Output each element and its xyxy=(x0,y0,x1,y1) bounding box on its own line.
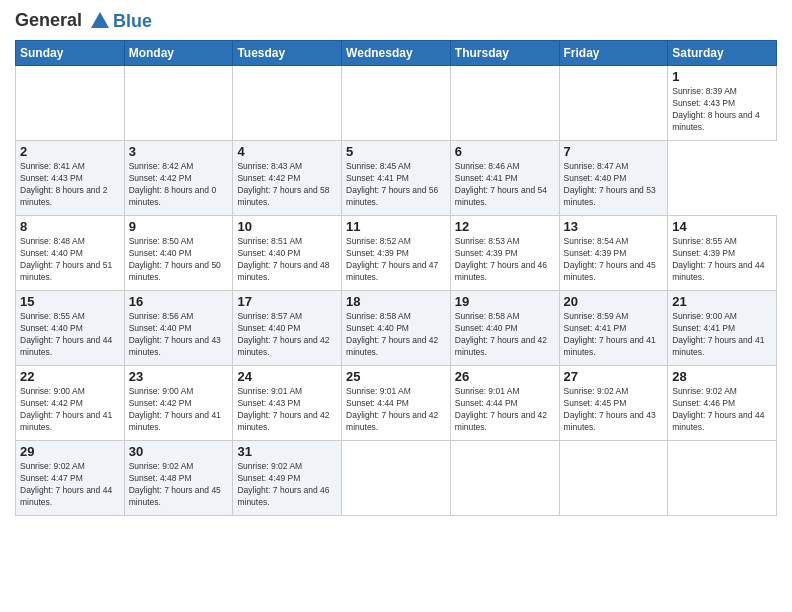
day-number: 11 xyxy=(346,219,446,234)
logo: General Blue xyxy=(15,10,152,32)
day-info: Sunrise: 8:53 AMSunset: 4:39 PMDaylight:… xyxy=(455,236,555,284)
header-cell-saturday: Saturday xyxy=(668,41,777,66)
day-info: Sunrise: 9:01 AMSunset: 4:44 PMDaylight:… xyxy=(346,386,446,434)
day-cell-5: 5Sunrise: 8:45 AMSunset: 4:41 PMDaylight… xyxy=(342,141,451,216)
day-cell-15: 15Sunrise: 8:55 AMSunset: 4:40 PMDayligh… xyxy=(16,291,125,366)
day-cell-20: 20Sunrise: 8:59 AMSunset: 4:41 PMDayligh… xyxy=(559,291,668,366)
day-info: Sunrise: 9:02 AMSunset: 4:46 PMDaylight:… xyxy=(672,386,772,434)
logo-text: General xyxy=(15,10,111,32)
day-cell-31: 31Sunrise: 9:02 AMSunset: 4:49 PMDayligh… xyxy=(233,441,342,516)
empty-cell xyxy=(559,441,668,516)
day-info: Sunrise: 8:48 AMSunset: 4:40 PMDaylight:… xyxy=(20,236,120,284)
day-info: Sunrise: 8:55 AMSunset: 4:39 PMDaylight:… xyxy=(672,236,772,284)
day-number: 22 xyxy=(20,369,120,384)
day-cell-13: 13Sunrise: 8:54 AMSunset: 4:39 PMDayligh… xyxy=(559,216,668,291)
day-info: Sunrise: 8:55 AMSunset: 4:40 PMDaylight:… xyxy=(20,311,120,359)
day-cell-30: 30Sunrise: 9:02 AMSunset: 4:48 PMDayligh… xyxy=(124,441,233,516)
day-number: 26 xyxy=(455,369,555,384)
day-number: 20 xyxy=(564,294,664,309)
day-info: Sunrise: 8:54 AMSunset: 4:39 PMDaylight:… xyxy=(564,236,664,284)
day-cell-11: 11Sunrise: 8:52 AMSunset: 4:39 PMDayligh… xyxy=(342,216,451,291)
day-info: Sunrise: 8:45 AMSunset: 4:41 PMDaylight:… xyxy=(346,161,446,209)
day-number: 14 xyxy=(672,219,772,234)
day-number: 30 xyxy=(129,444,229,459)
calendar-header: SundayMondayTuesdayWednesdayThursdayFrid… xyxy=(16,41,777,66)
day-number: 9 xyxy=(129,219,229,234)
day-info: Sunrise: 9:02 AMSunset: 4:48 PMDaylight:… xyxy=(129,461,229,509)
day-number: 17 xyxy=(237,294,337,309)
header-cell-monday: Monday xyxy=(124,41,233,66)
day-info: Sunrise: 9:00 AMSunset: 4:42 PMDaylight:… xyxy=(129,386,229,434)
day-cell-17: 17Sunrise: 8:57 AMSunset: 4:40 PMDayligh… xyxy=(233,291,342,366)
day-info: Sunrise: 8:47 AMSunset: 4:40 PMDaylight:… xyxy=(564,161,664,209)
day-cell-12: 12Sunrise: 8:53 AMSunset: 4:39 PMDayligh… xyxy=(450,216,559,291)
day-cell-22: 22Sunrise: 9:00 AMSunset: 4:42 PMDayligh… xyxy=(16,366,125,441)
empty-cell xyxy=(233,66,342,141)
empty-cell xyxy=(450,66,559,141)
header-cell-wednesday: Wednesday xyxy=(342,41,451,66)
day-cell-1: 1Sunrise: 8:39 AMSunset: 4:43 PMDaylight… xyxy=(668,66,777,141)
day-number: 2 xyxy=(20,144,120,159)
day-cell-2: 2Sunrise: 8:41 AMSunset: 4:43 PMDaylight… xyxy=(16,141,125,216)
day-number: 24 xyxy=(237,369,337,384)
calendar-body: 1Sunrise: 8:39 AMSunset: 4:43 PMDaylight… xyxy=(16,66,777,516)
week-row-6: 29Sunrise: 9:02 AMSunset: 4:47 PMDayligh… xyxy=(16,441,777,516)
day-cell-24: 24Sunrise: 9:01 AMSunset: 4:43 PMDayligh… xyxy=(233,366,342,441)
day-cell-6: 6Sunrise: 8:46 AMSunset: 4:41 PMDaylight… xyxy=(450,141,559,216)
day-info: Sunrise: 9:02 AMSunset: 4:49 PMDaylight:… xyxy=(237,461,337,509)
day-number: 4 xyxy=(237,144,337,159)
day-number: 12 xyxy=(455,219,555,234)
day-cell-8: 8Sunrise: 8:48 AMSunset: 4:40 PMDaylight… xyxy=(16,216,125,291)
day-number: 23 xyxy=(129,369,229,384)
day-cell-16: 16Sunrise: 8:56 AMSunset: 4:40 PMDayligh… xyxy=(124,291,233,366)
day-info: Sunrise: 8:58 AMSunset: 4:40 PMDaylight:… xyxy=(346,311,446,359)
week-row-1: 1Sunrise: 8:39 AMSunset: 4:43 PMDaylight… xyxy=(16,66,777,141)
week-row-2: 2Sunrise: 8:41 AMSunset: 4:43 PMDaylight… xyxy=(16,141,777,216)
day-info: Sunrise: 8:56 AMSunset: 4:40 PMDaylight:… xyxy=(129,311,229,359)
day-cell-23: 23Sunrise: 9:00 AMSunset: 4:42 PMDayligh… xyxy=(124,366,233,441)
logo-general: General xyxy=(15,10,82,30)
day-info: Sunrise: 9:01 AMSunset: 4:43 PMDaylight:… xyxy=(237,386,337,434)
day-number: 19 xyxy=(455,294,555,309)
day-number: 8 xyxy=(20,219,120,234)
day-number: 25 xyxy=(346,369,446,384)
day-cell-7: 7Sunrise: 8:47 AMSunset: 4:40 PMDaylight… xyxy=(559,141,668,216)
header-row: SundayMondayTuesdayWednesdayThursdayFrid… xyxy=(16,41,777,66)
day-info: Sunrise: 8:46 AMSunset: 4:41 PMDaylight:… xyxy=(455,161,555,209)
day-info: Sunrise: 8:59 AMSunset: 4:41 PMDaylight:… xyxy=(564,311,664,359)
week-row-4: 15Sunrise: 8:55 AMSunset: 4:40 PMDayligh… xyxy=(16,291,777,366)
day-cell-27: 27Sunrise: 9:02 AMSunset: 4:45 PMDayligh… xyxy=(559,366,668,441)
empty-cell xyxy=(342,66,451,141)
calendar-page: General Blue SundayMondayTuesdayWednesda… xyxy=(0,0,792,612)
day-cell-4: 4Sunrise: 8:43 AMSunset: 4:42 PMDaylight… xyxy=(233,141,342,216)
logo-blue: Blue xyxy=(113,11,152,32)
day-number: 18 xyxy=(346,294,446,309)
svg-marker-0 xyxy=(91,12,109,28)
day-number: 1 xyxy=(672,69,772,84)
empty-cell xyxy=(124,66,233,141)
day-number: 16 xyxy=(129,294,229,309)
day-info: Sunrise: 8:43 AMSunset: 4:42 PMDaylight:… xyxy=(237,161,337,209)
day-info: Sunrise: 8:50 AMSunset: 4:40 PMDaylight:… xyxy=(129,236,229,284)
day-number: 15 xyxy=(20,294,120,309)
logo-icon xyxy=(89,10,111,32)
day-cell-3: 3Sunrise: 8:42 AMSunset: 4:42 PMDaylight… xyxy=(124,141,233,216)
day-cell-26: 26Sunrise: 9:01 AMSunset: 4:44 PMDayligh… xyxy=(450,366,559,441)
day-info: Sunrise: 9:01 AMSunset: 4:44 PMDaylight:… xyxy=(455,386,555,434)
day-info: Sunrise: 8:58 AMSunset: 4:40 PMDaylight:… xyxy=(455,311,555,359)
day-number: 13 xyxy=(564,219,664,234)
day-info: Sunrise: 9:02 AMSunset: 4:45 PMDaylight:… xyxy=(564,386,664,434)
day-number: 27 xyxy=(564,369,664,384)
day-cell-10: 10Sunrise: 8:51 AMSunset: 4:40 PMDayligh… xyxy=(233,216,342,291)
day-info: Sunrise: 9:00 AMSunset: 4:41 PMDaylight:… xyxy=(672,311,772,359)
day-number: 5 xyxy=(346,144,446,159)
day-info: Sunrise: 8:42 AMSunset: 4:42 PMDaylight:… xyxy=(129,161,229,209)
day-cell-19: 19Sunrise: 8:58 AMSunset: 4:40 PMDayligh… xyxy=(450,291,559,366)
day-cell-21: 21Sunrise: 9:00 AMSunset: 4:41 PMDayligh… xyxy=(668,291,777,366)
empty-cell xyxy=(668,441,777,516)
day-cell-9: 9Sunrise: 8:50 AMSunset: 4:40 PMDaylight… xyxy=(124,216,233,291)
week-row-5: 22Sunrise: 9:00 AMSunset: 4:42 PMDayligh… xyxy=(16,366,777,441)
day-info: Sunrise: 8:52 AMSunset: 4:39 PMDaylight:… xyxy=(346,236,446,284)
day-number: 31 xyxy=(237,444,337,459)
week-row-3: 8Sunrise: 8:48 AMSunset: 4:40 PMDaylight… xyxy=(16,216,777,291)
